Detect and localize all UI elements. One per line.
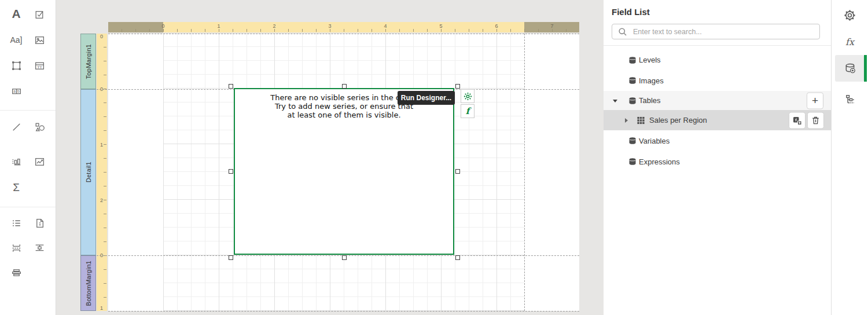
richtext-icon: Aa]: [10, 35, 22, 45]
expand-arrow-icon[interactable]: [625, 118, 628, 123]
resize-handle-middle-left[interactable]: [229, 169, 233, 174]
cross-band-line-tool-button[interactable]: [29, 239, 50, 257]
add-calculated-field-button[interactable]: [789, 112, 806, 129]
resize-handle-top-left[interactable]: [229, 84, 233, 89]
database-icon: [628, 76, 637, 85]
resize-handle-bottom-right[interactable]: [455, 255, 460, 260]
tree-item-sales-per-region[interactable]: Sales per Region: [604, 110, 831, 130]
band-bottom-margin[interactable]: BottomMargin1: [80, 255, 96, 311]
tree-item-label: Levels: [639, 56, 661, 64]
fx-icon: f: [466, 106, 469, 116]
resize-handle-bottom-left[interactable]: [229, 255, 233, 260]
tree-item-label: Images: [639, 76, 664, 85]
list-icon: [11, 218, 22, 229]
sparkline-tool-button[interactable]: [29, 153, 50, 170]
page-break-tool-button[interactable]: [6, 239, 27, 257]
database-icon: [628, 157, 637, 166]
plus-icon: +: [812, 94, 818, 105]
ruler-number: 5: [439, 23, 442, 29]
gear-icon: [464, 92, 472, 101]
right-margin-boundary: [524, 34, 525, 311]
search-box: [612, 24, 820, 39]
tree-item-label: Variables: [639, 137, 670, 145]
database-add-icon: [844, 63, 856, 74]
summary-tool-button[interactable]: Σ: [6, 179, 27, 196]
detail-boundary: [97, 255, 579, 256]
resize-handle-bottom-center[interactable]: [342, 255, 347, 260]
ruler-number: 2: [273, 23, 275, 29]
report-explorer-button[interactable]: [832, 88, 868, 111]
expressions-panel-button[interactable]: fx: [832, 31, 868, 52]
vertical-ruler[interactable]: 0 0 1 2 0 1: [97, 34, 107, 311]
cross-band-box-tool-button[interactable]: [6, 264, 27, 281]
design-surface[interactable]: 0 1 2 3 4 5 6 7 TopMargin1 Detail1 Botto…: [56, 0, 604, 315]
gauge-icon: [11, 156, 22, 167]
properties-button[interactable]: [832, 5, 868, 25]
resize-handle-top-right[interactable]: [455, 84, 460, 89]
band-top-margin[interactable]: TopMargin1: [80, 34, 96, 89]
tree-structure-icon: [844, 94, 856, 105]
table-tool-button[interactable]: TT: [29, 57, 50, 74]
database-icon: [628, 56, 637, 65]
tree-item-variables[interactable]: Variables: [604, 130, 831, 151]
band-detail[interactable]: Detail1: [80, 89, 96, 255]
tree-item-tables[interactable]: Tables +: [604, 91, 831, 110]
tree-item-expressions[interactable]: Expressions: [604, 151, 831, 172]
delete-table-button[interactable]: [807, 112, 824, 129]
svg-text:TT: TT: [37, 64, 42, 68]
tree-item-images[interactable]: Images: [604, 70, 831, 91]
toolbox-divider: [0, 207, 56, 207]
report-designer: A Aa] TT: [0, 0, 868, 315]
cross-band-line-icon: [34, 243, 45, 254]
trash-icon: [811, 115, 821, 125]
field-list-panel-button[interactable]: [832, 55, 868, 82]
tree-item-label: Expressions: [639, 158, 680, 166]
label-tool-button[interactable]: A: [6, 5, 27, 23]
shape-tool-button[interactable]: [29, 118, 50, 135]
svg-text:b: b: [17, 89, 20, 93]
ruler-number: 1: [100, 305, 103, 311]
character-comb-tool-button[interactable]: a b: [6, 82, 27, 100]
cross-band-box-icon: [11, 268, 22, 279]
search-icon: [618, 27, 627, 36]
resize-handle-middle-right[interactable]: [455, 169, 460, 174]
run-designer-button[interactable]: Run Designer...: [398, 91, 455, 105]
richtext-tool-button[interactable]: Aa]: [6, 31, 27, 49]
tree-item-levels[interactable]: Levels: [604, 50, 831, 70]
page-break-icon: [11, 243, 22, 254]
page-bottom-guide: [108, 311, 579, 312]
database-icon: [628, 136, 637, 145]
horizontal-ruler[interactable]: 0 1 2 3 4 5 6 7: [108, 22, 579, 32]
table-grid-icon: [637, 116, 645, 124]
ruler-number: 3: [328, 23, 331, 29]
table-of-contents-tool-button[interactable]: [6, 214, 27, 232]
page-top-guide: [108, 34, 579, 34]
ruler-number: 4: [384, 23, 387, 29]
checkbox-tool-button[interactable]: [29, 5, 50, 23]
ruler-ticks: [108, 29, 579, 32]
band-label: Detail1: [85, 162, 92, 182]
add-calculated-field-icon: [792, 115, 802, 125]
line-tool-button[interactable]: [6, 118, 27, 135]
picture-tool-button[interactable]: [29, 31, 50, 49]
active-item-indicator: [864, 55, 867, 82]
ruler-number: 0: [161, 23, 164, 29]
database-icon: [628, 96, 637, 105]
band-label: TopMargin1: [85, 44, 92, 79]
add-table-button[interactable]: +: [807, 92, 823, 109]
shape-icon: [34, 122, 45, 133]
page-info-tool-button[interactable]: [29, 214, 50, 232]
panel-title: Field List: [612, 7, 650, 17]
chart-control[interactable]: There are no visible series in the chart…: [234, 88, 454, 255]
smart-tag-button[interactable]: [461, 89, 475, 103]
ruler-number: 0: [100, 34, 103, 39]
field-list-panel: Field List Levels Image: [604, 0, 832, 315]
expression-button[interactable]: f: [461, 104, 475, 118]
search-input[interactable]: [612, 24, 820, 39]
panel-icon: [11, 60, 22, 71]
gauge-tool-button[interactable]: [6, 153, 27, 170]
panel-tool-button[interactable]: [6, 57, 27, 74]
resize-handle-top-center[interactable]: [342, 84, 347, 89]
chart-message-line: at least one of them is visible.: [235, 111, 453, 119]
collapse-arrow-icon[interactable]: [613, 100, 617, 102]
